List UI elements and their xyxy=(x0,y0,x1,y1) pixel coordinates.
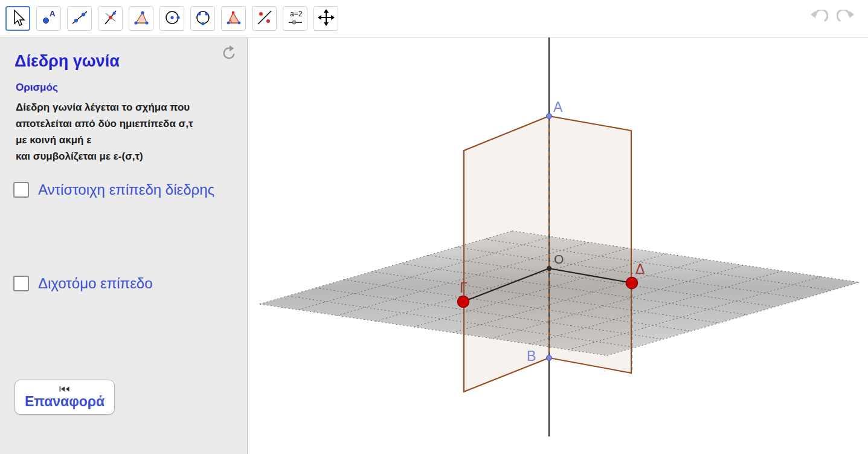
definition-line: Δίεδρη γωνία λέγεται το σχήμα που xyxy=(16,99,221,115)
tool-polygon-button[interactable] xyxy=(129,6,153,31)
graphics-view[interactable]: A B O Γ Δ xyxy=(248,37,868,454)
redo-button[interactable] xyxy=(837,10,855,28)
label-A: A xyxy=(553,99,563,115)
slider-icon: a=2 xyxy=(286,8,304,29)
tool-conic-button[interactable] xyxy=(190,6,215,31)
slider-icon-label: a=2 xyxy=(290,10,303,18)
line-icon xyxy=(71,8,89,29)
label-B: B xyxy=(527,348,536,364)
undo-icon xyxy=(810,10,828,28)
tool-move-button[interactable] xyxy=(5,6,30,31)
reflect-line-icon xyxy=(256,8,274,29)
label-O: O xyxy=(554,252,564,266)
cursor-icon xyxy=(9,8,27,29)
tool-angle-button[interactable] xyxy=(221,6,246,31)
definition-line: και συμβολίζεται με ε-(σ,τ) xyxy=(16,148,221,164)
half-plane-left[interactable] xyxy=(464,116,549,392)
tool-slider-button[interactable]: a=2 xyxy=(283,6,307,31)
move-view-icon xyxy=(317,8,335,29)
polygon-icon xyxy=(132,8,150,29)
point-icon-label: A xyxy=(50,9,56,18)
checkbox-plane-angle-label[interactable]: Αντίστοιχη επίπεδη δίεδρης xyxy=(38,181,214,198)
perpendicular-line-icon xyxy=(101,8,120,29)
undo-button[interactable] xyxy=(810,10,828,28)
refresh-icon xyxy=(220,45,237,62)
conic-icon xyxy=(194,8,212,29)
tool-line-button[interactable] xyxy=(67,6,92,31)
point-icon: A xyxy=(40,8,58,29)
checkbox-bisector-plane-label[interactable]: Διχοτόμο επίπεδο xyxy=(38,275,153,292)
point-O[interactable] xyxy=(547,266,551,271)
definition-line: αποτελείται από δύο ημιεπίπεδα σ,τ xyxy=(16,115,221,132)
tool-reflect-button[interactable] xyxy=(252,6,277,31)
toolbar: A xyxy=(0,0,868,37)
point-A[interactable] xyxy=(547,114,552,119)
label-Delta: Δ xyxy=(635,261,645,277)
definition-line: με κοινή ακμή ε xyxy=(16,132,221,148)
redo-icon xyxy=(837,10,855,28)
skip-to-start-icon xyxy=(59,385,71,393)
half-plane-right[interactable] xyxy=(549,116,631,373)
reset-button[interactable]: Επαναφορά xyxy=(14,380,115,415)
sidebar: Δίεδρη γωνία Ορισμός Δίεδρη γωνία λέγετα… xyxy=(0,37,248,454)
reset-button-label: Επαναφορά xyxy=(25,394,104,410)
checkbox-plane-angle[interactable] xyxy=(13,182,29,198)
checkbox-bisector-plane[interactable] xyxy=(13,276,29,291)
tool-circle-button[interactable] xyxy=(159,6,184,31)
point-B[interactable] xyxy=(547,355,552,361)
tool-move-view-button[interactable] xyxy=(313,6,338,31)
angle-icon xyxy=(225,8,243,29)
label-Gamma: Γ xyxy=(460,280,468,296)
definition-heading: Ορισμός xyxy=(16,82,58,94)
refresh-button[interactable] xyxy=(220,45,237,64)
page-title: Δίεδρη γωνία xyxy=(14,52,120,71)
circle-icon xyxy=(163,8,181,29)
tool-point-button[interactable]: A xyxy=(36,6,61,31)
checkbox-row-plane-angle: Αντίστοιχη επίπεδη δίεδρης xyxy=(13,181,214,198)
tool-perpendicular-line-button[interactable] xyxy=(98,6,123,31)
history-controls xyxy=(810,10,868,28)
point-Delta[interactable] xyxy=(626,277,638,289)
dihedral-angle-figure: A B O Γ Δ xyxy=(248,37,868,454)
definition-text: Δίεδρη γωνία λέγεται το σχήμα που αποτελ… xyxy=(16,99,221,164)
checkbox-row-bisector-plane: Διχοτόμο επίπεδο xyxy=(13,275,153,292)
point-Gamma[interactable] xyxy=(458,296,469,308)
